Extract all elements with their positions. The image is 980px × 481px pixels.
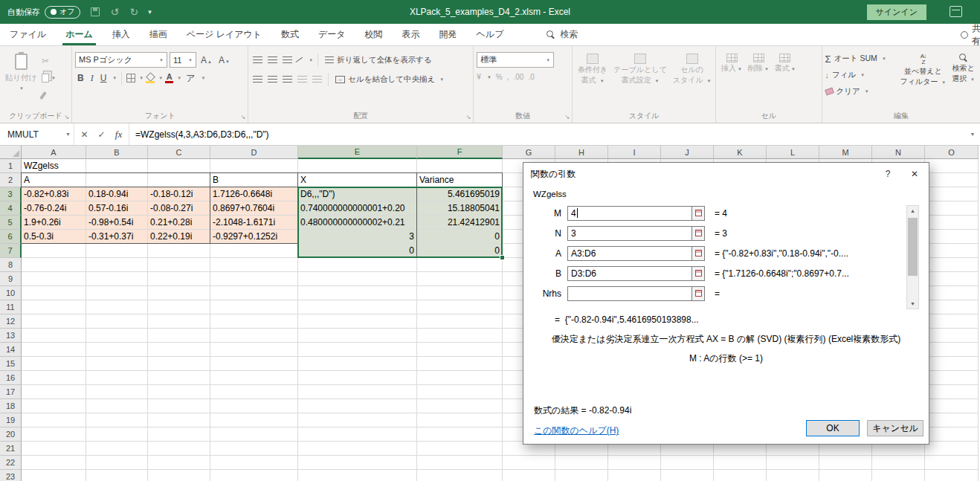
tab-data[interactable]: データ xyxy=(309,24,355,45)
cell-D22[interactable] xyxy=(210,456,298,470)
row-header-17[interactable]: 17 xyxy=(0,385,22,399)
wrap-text-button[interactable]: 折り返して全体を表示する xyxy=(323,52,433,68)
cell-E4[interactable]: 0.740000000000001+0.20 xyxy=(298,201,417,216)
cell-D14[interactable] xyxy=(210,343,298,357)
row-header-2[interactable]: 2 xyxy=(0,173,22,187)
cell-A14[interactable] xyxy=(22,343,86,357)
clear-button[interactable]: クリア ▼ xyxy=(825,83,897,100)
range-selector-button-a[interactable] xyxy=(692,247,704,260)
cell-F9[interactable] xyxy=(417,272,503,286)
autosum-button[interactable]: Σ オート SUM ▼ xyxy=(825,51,897,67)
range-selector-button-b[interactable] xyxy=(692,267,704,280)
select-all-corner[interactable] xyxy=(0,146,22,159)
fill-handle[interactable] xyxy=(500,255,505,260)
dialog-field-input-nrhs[interactable] xyxy=(567,286,705,301)
format-cells-button[interactable]: 書式▼ xyxy=(773,49,798,74)
cell-O1[interactable] xyxy=(925,159,979,173)
tab-review[interactable]: 校閲 xyxy=(355,24,393,45)
cell-B8[interactable] xyxy=(86,258,148,272)
cell-O10[interactable] xyxy=(925,286,979,300)
cell-A21[interactable] xyxy=(22,442,86,456)
cell-F19[interactable] xyxy=(417,413,503,427)
cell-O17[interactable] xyxy=(925,385,979,399)
tab-developer[interactable]: 開発 xyxy=(430,24,467,45)
cell-O18[interactable] xyxy=(925,399,979,413)
column-header-C[interactable]: C xyxy=(148,146,210,159)
cell-E6[interactable]: 3 xyxy=(298,230,417,244)
cell-F10[interactable] xyxy=(417,286,503,300)
cell-O21[interactable] xyxy=(925,442,979,456)
fill-color-button[interactable] xyxy=(146,73,155,83)
cell-B11[interactable] xyxy=(86,300,148,314)
cell-O16[interactable] xyxy=(925,371,979,385)
cell-D15[interactable] xyxy=(210,357,298,371)
align-bottom-icon[interactable] xyxy=(283,57,292,63)
column-header-G[interactable]: G xyxy=(503,146,555,159)
cell-D18[interactable] xyxy=(210,399,298,413)
cell-E3[interactable]: D6,,,"D") xyxy=(298,187,417,201)
clipboard-dialog-launcher[interactable]: ↘ xyxy=(64,114,69,120)
undo-button[interactable]: ↺ xyxy=(106,2,123,22)
cell-E1[interactable] xyxy=(298,159,417,173)
cell-B10[interactable] xyxy=(86,286,148,300)
cell-D1[interactable] xyxy=(210,159,298,173)
dialog-field-input-m[interactable]: 4 xyxy=(567,206,705,221)
ok-button[interactable]: OK xyxy=(806,420,860,436)
cell-C12[interactable] xyxy=(148,314,210,329)
cell-I22[interactable] xyxy=(608,456,661,470)
tab-insert[interactable]: 挿入 xyxy=(103,24,140,45)
cell-E23[interactable] xyxy=(298,470,417,481)
cell-K23[interactable] xyxy=(714,470,767,481)
align-top-icon[interactable] xyxy=(253,57,262,63)
dialog-field-input-n[interactable]: 3 xyxy=(567,226,705,241)
tab-page-layout[interactable]: ページ レイアウト xyxy=(177,24,271,45)
row-header-6[interactable]: 6 xyxy=(0,230,22,244)
cell-M23[interactable] xyxy=(819,470,872,481)
borders-button[interactable] xyxy=(126,74,135,83)
cell-C6[interactable]: 0.22+0.19i xyxy=(148,230,210,244)
column-header-F[interactable]: F xyxy=(417,146,503,159)
cell-F1[interactable] xyxy=(417,159,503,173)
increase-indent-icon[interactable] xyxy=(312,76,322,83)
cell-E22[interactable] xyxy=(298,456,417,470)
save-button[interactable] xyxy=(86,2,104,22)
row-header-22[interactable]: 22 xyxy=(0,456,22,470)
cell-C2[interactable] xyxy=(148,173,210,187)
comma-format-button[interactable]: , xyxy=(507,73,509,81)
cell-B5[interactable]: -0.98+0.54i xyxy=(86,216,148,230)
cell-C17[interactable] xyxy=(148,385,210,399)
font-dialog-launcher[interactable]: ↘ xyxy=(241,114,246,120)
share-button[interactable]: 共有 xyxy=(961,24,980,45)
tab-home[interactable]: ホーム xyxy=(56,24,103,45)
cell-D17[interactable] xyxy=(210,385,298,399)
merge-center-button[interactable]: ↔ セルを結合して中央揃え ▼ xyxy=(333,71,446,87)
cell-E5[interactable]: 0.480000000000002+0.21 xyxy=(298,216,417,230)
cell-E9[interactable] xyxy=(298,272,417,286)
currency-format-button[interactable]: ¥ xyxy=(477,73,481,81)
cell-F23[interactable] xyxy=(417,470,503,481)
autosave-pill[interactable]: オフ xyxy=(45,6,80,19)
align-center-icon[interactable] xyxy=(268,76,277,83)
cell-L22[interactable] xyxy=(767,456,819,470)
cell-N22[interactable] xyxy=(872,456,925,470)
row-header-23[interactable]: 23 xyxy=(0,470,22,481)
cell-B21[interactable] xyxy=(86,442,148,456)
column-header-O[interactable]: O xyxy=(925,146,979,159)
alignment-dialog-launcher[interactable]: ↘ xyxy=(466,114,471,120)
cell-C5[interactable]: 0.21+0.28i xyxy=(148,216,210,230)
cell-D10[interactable] xyxy=(210,286,298,300)
tell-me-search[interactable]: 検索 xyxy=(547,24,578,45)
cell-B18[interactable] xyxy=(86,399,148,413)
percent-format-button[interactable]: % xyxy=(496,73,503,81)
cell-D16[interactable] xyxy=(210,371,298,385)
cell-C13[interactable] xyxy=(148,329,210,343)
enter-entry-button[interactable]: ✓ xyxy=(93,129,110,140)
cell-N23[interactable] xyxy=(872,470,925,481)
ribbon-display-options-icon[interactable] xyxy=(950,6,962,17)
cell-O20[interactable] xyxy=(925,427,979,442)
tab-view[interactable]: 表示 xyxy=(393,24,430,45)
align-middle-icon[interactable] xyxy=(268,57,277,63)
cell-E20[interactable] xyxy=(298,427,417,442)
cell-H22[interactable] xyxy=(555,456,608,470)
cell-A2[interactable]: A xyxy=(22,173,86,187)
